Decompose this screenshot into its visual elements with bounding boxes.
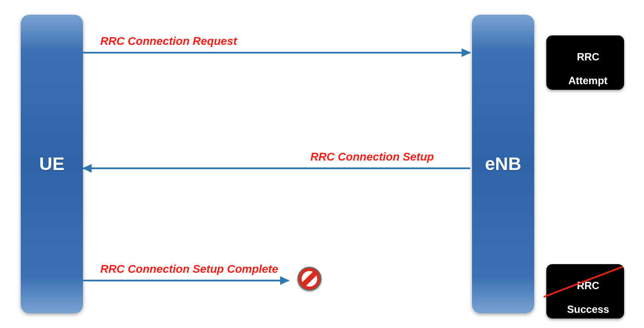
- enb-node: eNB: [472, 15, 534, 313]
- ue-node: UE: [21, 15, 83, 313]
- attempt-line1: RRC: [577, 51, 599, 63]
- setup-complete-arrow: [83, 280, 289, 281]
- no-entry-icon: [297, 267, 322, 291]
- ue-label: UE: [39, 154, 64, 174]
- request-label: RRC Connection Request: [100, 35, 237, 48]
- setup-arrow: [83, 167, 470, 169]
- success-line2: Success: [567, 303, 609, 315]
- rrc-attempt-badge: RRC Attempt: [546, 35, 624, 90]
- enb-label: eNB: [485, 154, 521, 174]
- request-arrow: [83, 52, 470, 54]
- setup-label: RRC Connection Setup: [310, 150, 434, 164]
- setup-complete-label: RRC Connection Setup Complete: [100, 262, 278, 276]
- success-line1: RRC: [577, 280, 599, 291]
- attempt-line2: Attempt: [568, 75, 608, 86]
